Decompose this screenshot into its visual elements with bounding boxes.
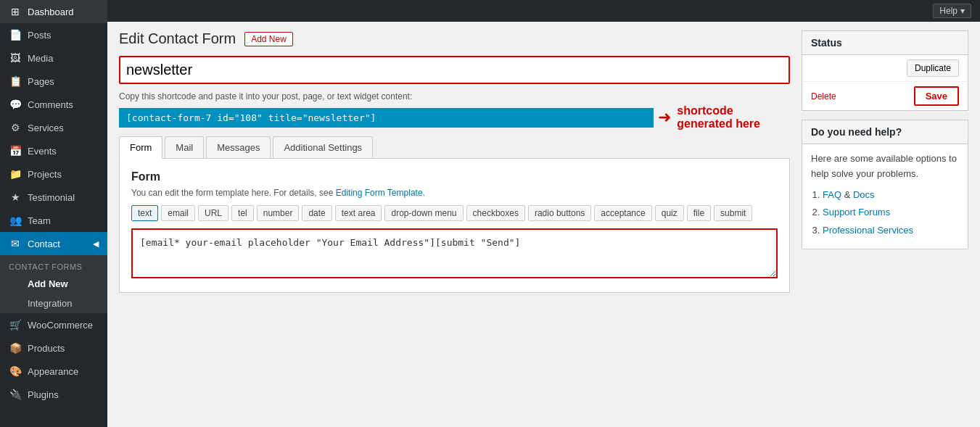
sidebar-item-label: Plugins — [28, 389, 59, 400]
professional-services-link[interactable]: Professional Services — [823, 225, 913, 236]
sidebar-item-label: Appearance — [28, 366, 78, 377]
editing-form-template-link[interactable]: Editing Form Template — [336, 188, 423, 198]
tag-btn-submit[interactable]: submit — [714, 205, 752, 221]
help-box-body: Here are some available options to help … — [802, 144, 968, 249]
shortcode-input[interactable] — [119, 108, 654, 128]
sidebar-item-label: Services — [28, 123, 64, 133]
sidebar-item-dashboard[interactable]: ⊞ Dashboard — [0, 0, 107, 23]
contact-submenu: Contact Forms Add New Integration — [0, 255, 107, 313]
add-new-header-button[interactable]: Add New — [244, 32, 293, 46]
sidebar-item-projects[interactable]: 📁 Projects — [0, 162, 107, 186]
tag-btn-date[interactable]: date — [302, 205, 332, 221]
faq-link[interactable]: FAQ — [823, 189, 841, 200]
form-tab-content: Form You can edit the form template here… — [119, 159, 790, 293]
help-item-1: FAQ & Docs — [823, 188, 959, 203]
events-icon: 📅 — [9, 145, 22, 157]
help-description: Here are some available options to help … — [811, 152, 959, 182]
sidebar-item-team[interactable]: 👥 Team — [0, 209, 107, 232]
sidebar-item-testimonial[interactable]: ★ Testimonial — [0, 186, 107, 209]
tag-btn-radio[interactable]: radio buttons — [528, 205, 591, 221]
sidebar-item-label: Dashboard — [28, 7, 74, 17]
sidebar-item-label: Testimonial — [28, 192, 75, 203]
contact-arrow-icon: ◀ — [93, 239, 99, 249]
duplicate-button[interactable]: Duplicate — [907, 59, 959, 77]
woocommerce-icon: 🛒 — [9, 319, 22, 331]
shortcode-arrow-icon: ➜ — [658, 109, 671, 125]
shortcode-note: shortcode generated here — [677, 104, 790, 130]
status-row: Delete Save — [802, 81, 968, 110]
help-item-3: Professional Services — [823, 223, 959, 239]
page-header: Edit Contact Form Add New — [119, 30, 790, 47]
form-name-input[interactable] — [119, 56, 790, 84]
team-icon: 👥 — [9, 215, 22, 226]
tab-form[interactable]: Form — [119, 136, 162, 159]
services-icon: ⚙ — [9, 122, 22, 133]
sidebar-item-label: Projects — [28, 169, 62, 180]
appearance-icon: 🎨 — [9, 365, 22, 377]
page-title: Edit Contact Form — [119, 30, 236, 47]
help-label: Help — [939, 6, 958, 16]
shortcode-label: Copy this shortcode and paste it into yo… — [119, 91, 790, 101]
main-area: Help ▾ Edit Contact Form Add New Copy th… — [107, 0, 980, 427]
tag-btn-number[interactable]: number — [257, 205, 300, 221]
sidebar-item-pages[interactable]: 📋 Pages — [0, 70, 107, 93]
sidebar-item-services[interactable]: ⚙ Services — [0, 116, 107, 139]
tab-additional-settings[interactable]: Additional Settings — [273, 136, 373, 158]
sidebar-item-label: WooCommerce — [28, 320, 93, 331]
sidebar-item-contact[interactable]: ✉ Contact ◀ — [0, 232, 107, 255]
help-item-2: Support Forums — [823, 205, 959, 220]
sidebar-item-appearance[interactable]: 🎨 Appearance — [0, 360, 107, 383]
support-forums-link[interactable]: Support Forums — [823, 207, 890, 217]
submenu-integration[interactable]: Integration — [0, 294, 107, 313]
help-box-header: Do you need help? — [802, 120, 968, 144]
form-code-editor[interactable]: [email* your-email placeholder "Your Ema… — [131, 228, 778, 278]
delete-link[interactable]: Delete — [811, 91, 836, 101]
tag-btn-text[interactable]: text — [131, 205, 158, 221]
help-button[interactable]: Help ▾ — [933, 4, 971, 18]
status-box-header: Status — [802, 31, 968, 55]
sidebar-item-products[interactable]: 📦 Products — [0, 336, 107, 360]
tag-btn-quiz[interactable]: quiz — [655, 205, 684, 221]
tag-btn-acceptance[interactable]: acceptance — [594, 205, 651, 221]
tab-messages[interactable]: Messages — [206, 136, 271, 158]
sidebar-item-label: Events — [28, 146, 57, 157]
projects-icon: 📁 — [9, 168, 22, 180]
tag-btn-file[interactable]: file — [687, 205, 711, 221]
status-box: Status Duplicate Delete Save — [802, 30, 968, 111]
sidebar-item-comments[interactable]: 💬 Comments — [0, 93, 107, 116]
sidebar-item-label: Media — [28, 53, 53, 64]
pages-icon: 📋 — [9, 75, 22, 87]
sidebar-item-label: Contact — [28, 239, 60, 249]
main-panel: Edit Contact Form Add New Copy this shor… — [119, 30, 790, 418]
tag-btn-tel[interactable]: tel — [231, 205, 254, 221]
sidebar-item-events[interactable]: 📅 Events — [0, 139, 107, 162]
sidebar-item-label: Team — [28, 215, 51, 226]
posts-icon: 📄 — [9, 29, 22, 41]
help-box: Do you need help? Here are some availabl… — [802, 120, 968, 249]
media-icon: 🖼 — [9, 52, 22, 64]
status-box-actions: Duplicate — [802, 55, 968, 81]
sidebar-item-woocommerce[interactable]: 🛒 WooCommerce — [0, 313, 107, 336]
sidebar-item-media[interactable]: 🖼 Media — [0, 46, 107, 70]
tab-mail[interactable]: Mail — [165, 136, 204, 158]
save-button[interactable]: Save — [914, 86, 959, 106]
shortcode-row: ➜ shortcode generated here — [119, 104, 790, 130]
tabs-bar: Form Mail Messages Additional Settings — [119, 136, 790, 159]
submenu-add-new[interactable]: Add New — [0, 274, 107, 294]
content-area: Edit Contact Form Add New Copy this shor… — [107, 22, 980, 427]
tag-btn-textarea[interactable]: text area — [335, 205, 382, 221]
sidebar-item-label: Comments — [28, 99, 73, 110]
tag-buttons-container: text email URL tel number date text area… — [131, 205, 778, 221]
topbar: Help ▾ — [107, 0, 980, 22]
tag-btn-dropdown[interactable]: drop-down menu — [384, 205, 463, 221]
docs-link[interactable]: Docs — [853, 189, 875, 200]
tag-btn-email[interactable]: email — [161, 205, 195, 221]
tag-btn-checkboxes[interactable]: checkboxes — [466, 205, 525, 221]
sidebar-item-label: Products — [28, 343, 65, 354]
sidebar-item-plugins[interactable]: 🔌 Plugins — [0, 383, 107, 406]
sidebar-item-posts[interactable]: 📄 Posts — [0, 23, 107, 46]
testimonial-icon: ★ — [9, 191, 22, 203]
tag-btn-url[interactable]: URL — [198, 205, 228, 221]
sidebar-item-label: Posts — [28, 30, 52, 41]
dashboard-icon: ⊞ — [9, 6, 22, 17]
